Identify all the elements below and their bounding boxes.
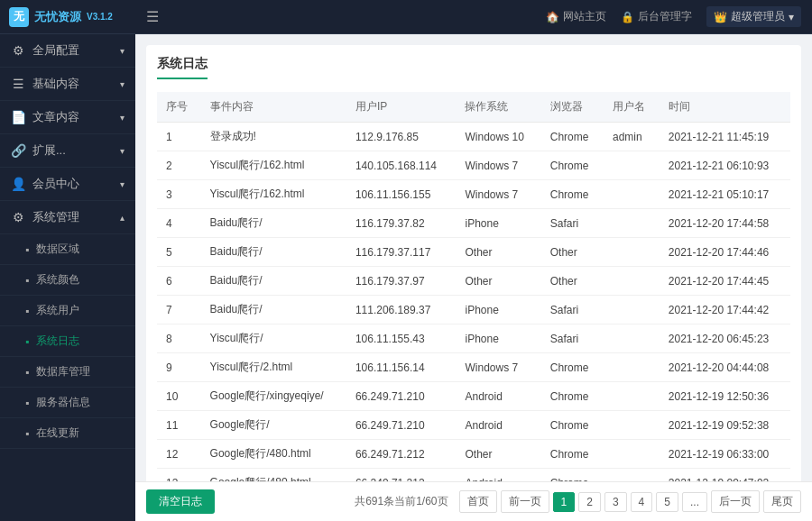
app-version: V3.1.2	[87, 12, 113, 22]
sidebar-label: 文章内容	[32, 109, 79, 125]
sidebar-sub-label: 在线更新	[36, 425, 79, 441]
cell-4: Chrome	[541, 382, 604, 411]
sidebar-sub-system-user[interactable]: ▪ 系统用户	[0, 296, 135, 326]
cell-2: 106.11.155.43	[346, 324, 457, 353]
cell-4: Other	[541, 267, 604, 296]
cell-6: 2021-12-19 09:52:38	[660, 411, 790, 440]
sidebar: 无 无忧资源 V3.1.2 ⚙ 全局配置 ▾ ☰ 基础内容 ▾ 📄 文章内容 ▾…	[0, 0, 135, 521]
prev-page-button[interactable]: 前一页	[501, 490, 549, 513]
cell-4: Safari	[541, 209, 604, 238]
website-link[interactable]: 🏠 网站主页	[546, 9, 606, 24]
sidebar-item-expand[interactable]: 🔗 扩展... ▾	[0, 134, 135, 168]
cell-3: Windows 7	[456, 353, 540, 382]
cell-6: 2021-12-19 12:50:36	[660, 382, 790, 411]
cell-2: 106.11.156.155	[346, 180, 457, 209]
cell-6: 2021-12-20 17:44:42	[660, 296, 790, 324]
cell-4: Chrome	[541, 123, 604, 151]
content-area: 系统日志 序号 事件内容 用户IP 操作系统 浏览器 用户名 时间 1登录成功!…	[135, 34, 812, 481]
hamburger-icon[interactable]: ☰	[146, 8, 159, 25]
cell-6: 2021-12-21 06:10:93	[660, 151, 790, 180]
arrow-icon: ▾	[120, 146, 125, 156]
settings-icon: ⚙	[11, 43, 25, 58]
last-page-button[interactable]: 尾页	[763, 490, 801, 513]
sidebar-sub-system-color[interactable]: ▪ 系统颜色	[0, 265, 135, 296]
page-title: 系统日志	[157, 56, 208, 79]
bullet-icon: ▪	[25, 274, 29, 287]
bottom-bar: 清空日志 共691条当前1/60页 首页 前一页 1 2 3 4 5 ... 后…	[135, 481, 812, 521]
cell-5	[604, 151, 660, 180]
page-3-button[interactable]: 3	[604, 492, 627, 512]
bullet-icon: ▪	[25, 335, 29, 348]
cell-4: Chrome	[541, 151, 604, 180]
cell-1: Baidu爬行/	[201, 238, 346, 267]
sidebar-item-basic-content[interactable]: ☰ 基础内容 ▾	[0, 68, 135, 101]
first-page-button[interactable]: 首页	[459, 490, 497, 513]
sidebar-sub-data-backup[interactable]: ▪ 数据库管理	[0, 357, 135, 388]
page-2-button[interactable]: 2	[578, 492, 601, 512]
sidebar-logo: 无 无忧资源 V3.1.2	[0, 0, 135, 34]
sidebar-sub-data-region[interactable]: ▪ 数据区域	[0, 234, 135, 265]
lock-icon: 🔒	[621, 11, 634, 23]
cell-3: iPhone	[456, 296, 540, 324]
main-wrapper: ☰ 🏠 网站主页 🔒 后台管理字 👑 超级管理员 ▾ 系统日志	[135, 0, 812, 521]
cell-3: Windows 7	[456, 151, 540, 180]
sidebar-sub-server-info[interactable]: ▪ 服务器信息	[0, 388, 135, 418]
cell-0: 10	[157, 382, 201, 411]
cell-0: 3	[157, 180, 201, 209]
cell-2: 111.206.189.37	[346, 296, 457, 324]
cell-2: 116.179.37.117	[346, 238, 457, 267]
col-browser: 浏览器	[541, 92, 604, 123]
arrow-icon: ▾	[120, 113, 125, 123]
sidebar-item-member[interactable]: 👤 会员中心 ▾	[0, 168, 135, 201]
cell-3: Windows 7	[456, 180, 540, 209]
system-icon: ⚙	[11, 210, 25, 224]
cell-1: 登录成功!	[201, 123, 346, 151]
topbar-right: 🏠 网站主页 🔒 后台管理字 👑 超级管理员 ▾	[546, 6, 801, 27]
cell-5	[604, 267, 660, 296]
table-row: 8Yiscul爬行/106.11.155.43iPhoneSafari2021-…	[157, 324, 790, 353]
cell-5	[604, 469, 660, 482]
page-card: 系统日志 序号 事件内容 用户IP 操作系统 浏览器 用户名 时间 1登录成功!…	[146, 45, 801, 481]
sidebar-sub-label: 系统颜色	[36, 272, 79, 288]
bullet-icon: ▪	[25, 397, 29, 409]
table-row: 6Baidu爬行/116.179.37.97OtherOther2021-12-…	[157, 267, 790, 296]
next-page-button[interactable]: 后一页	[711, 490, 760, 513]
cell-4: Safari	[541, 324, 604, 353]
cell-6: 2021-12-20 17:44:58	[660, 209, 790, 238]
member-icon: 👤	[11, 177, 25, 191]
app-name: 无忧资源	[34, 9, 81, 25]
sidebar-sub-label: 服务器信息	[36, 395, 90, 410]
page-1-button[interactable]: 1	[553, 492, 576, 512]
sidebar-sub-online-update[interactable]: ▪ 在线更新	[0, 418, 135, 449]
cell-0: 7	[157, 296, 201, 324]
sidebar-sub-system-log[interactable]: ▪ 系统日志	[0, 326, 135, 357]
sidebar-sub-label: 系统用户	[36, 303, 79, 318]
dropdown-arrow: ▾	[789, 11, 794, 23]
sidebar-item-all-settings[interactable]: ⚙ 全局配置 ▾	[0, 34, 135, 68]
logo-icon: 无	[9, 7, 29, 27]
table-row: 5Baidu爬行/116.179.37.117OtherOther2021-12…	[157, 238, 790, 267]
table-row: 1登录成功!112.9.176.85Windows 10Chromeadmin2…	[157, 123, 790, 151]
home-icon: 🏠	[546, 11, 559, 23]
cell-4: Chrome	[541, 180, 604, 209]
sidebar-item-doc-content[interactable]: 📄 文章内容 ▾	[0, 101, 135, 134]
cell-0: 6	[157, 267, 201, 296]
cell-1: Yiscul爬行/162.html	[201, 151, 346, 180]
cell-6: 2021-12-21 11:45:19	[660, 123, 790, 151]
doc-icon: 📄	[11, 110, 25, 124]
sidebar-label: 扩展...	[32, 142, 66, 159]
table-row: 4Baidu爬行/116.179.37.82iPhoneSafari2021-1…	[157, 209, 790, 238]
sidebar-item-system-mgmt[interactable]: ⚙ 系统管理 ▴	[0, 201, 135, 234]
page-4-button[interactable]: 4	[631, 492, 653, 512]
cell-2: 66.249.71.210	[346, 382, 457, 411]
page-5-button[interactable]: 5	[656, 492, 678, 512]
cell-5	[604, 180, 660, 209]
admin-label: 超级管理员	[731, 9, 785, 24]
admin-dropdown[interactable]: 👑 超级管理员 ▾	[706, 6, 801, 27]
manager-link[interactable]: 🔒 后台管理字	[621, 9, 692, 24]
cell-4: Safari	[541, 296, 604, 324]
cell-0: 13	[157, 469, 201, 482]
cell-6: 2021-12-21 05:10:17	[660, 180, 790, 209]
cell-4: Chrome	[541, 469, 604, 482]
clear-log-button[interactable]: 清空日志	[146, 489, 215, 514]
